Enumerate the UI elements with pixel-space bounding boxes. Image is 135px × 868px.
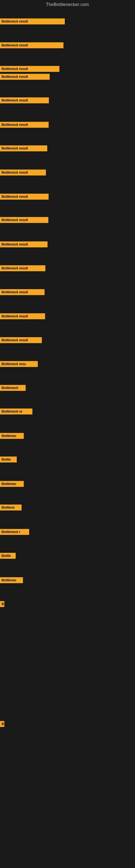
bottleneck-bar-25: B	[0, 601, 4, 607]
bottleneck-bar-6: Bottleneck result	[0, 145, 47, 151]
bottleneck-label-8: Bottleneck result	[0, 194, 49, 199]
bottleneck-bar-5: Bottleneck result	[0, 122, 49, 128]
bottleneck-bar-19: Bottle	[0, 457, 17, 463]
bottleneck-bar-7: Bottleneck result	[0, 169, 46, 176]
bottleneck-label-3: Bottleneck result	[0, 74, 50, 80]
bottleneck-label-20: Bottlenec	[0, 481, 24, 487]
bottleneck-label-13: Bottleneck result	[0, 313, 45, 319]
bottleneck-bar-14: Bottleneck result	[0, 337, 42, 343]
bottleneck-bar-30: B	[0, 721, 4, 727]
bottleneck-label-25: B	[0, 601, 4, 607]
bottleneck-bar-21: Bottlene	[0, 504, 21, 510]
bottleneck-label-30: B	[0, 721, 4, 727]
bottleneck-label-2: Bottleneck result	[0, 66, 59, 72]
bottleneck-label-23: Bottle	[0, 553, 16, 559]
bottleneck-label-5: Bottleneck result	[0, 122, 49, 128]
site-title: TheBottlenecker.com	[0, 0, 135, 10]
bottleneck-label-24: Bottlenec	[0, 577, 23, 583]
bottleneck-label-6: Bottleneck result	[0, 145, 47, 151]
bottleneck-label-9: Bottleneck result	[0, 217, 48, 223]
bottleneck-label-15: Bottleneck resu	[0, 361, 38, 367]
bottleneck-bar-18: Bottlenec	[0, 433, 24, 439]
bottleneck-bar-24: Bottlenec	[0, 577, 23, 583]
bottleneck-bar-17: Bottleneck re	[0, 408, 32, 414]
bottleneck-label-21: Bottlene	[0, 504, 21, 510]
bottleneck-label-12: Bottleneck result	[0, 289, 45, 295]
bottleneck-bar-23: Bottle	[0, 553, 16, 559]
bottleneck-label-22: Bottleneck r	[0, 529, 29, 535]
bottleneck-label-7: Bottleneck result	[0, 169, 46, 176]
bottleneck-label-10: Bottleneck result	[0, 241, 48, 247]
bottleneck-label-14: Bottleneck result	[0, 337, 42, 343]
bottleneck-label-0: Bottleneck result	[0, 19, 65, 24]
bottleneck-bar-0: Bottleneck result	[0, 19, 65, 24]
bottleneck-label-1: Bottleneck result	[0, 42, 63, 48]
bottleneck-bar-13: Bottleneck result	[0, 313, 45, 319]
bottleneck-bar-8: Bottleneck result	[0, 194, 49, 199]
bottleneck-label-19: Bottle	[0, 457, 17, 463]
bottleneck-label-18: Bottlenec	[0, 433, 24, 439]
bottleneck-bar-11: Bottleneck result	[0, 265, 45, 271]
bottleneck-bar-10: Bottleneck result	[0, 241, 48, 247]
bottleneck-bar-12: Bottleneck result	[0, 289, 45, 295]
bottleneck-bar-3: Bottleneck result	[0, 74, 50, 80]
bottleneck-label-16: Bottleneck	[0, 385, 26, 391]
bottleneck-bar-22: Bottleneck r	[0, 529, 29, 535]
bottleneck-label-11: Bottleneck result	[0, 265, 45, 271]
bottleneck-label-4: Bottleneck result	[0, 97, 49, 103]
bottleneck-bar-16: Bottleneck	[0, 385, 26, 391]
bottleneck-bar-2: Bottleneck result	[0, 66, 59, 72]
bottleneck-label-17: Bottleneck re	[0, 408, 32, 414]
bottleneck-bar-9: Bottleneck result	[0, 217, 48, 223]
bottleneck-bar-1: Bottleneck result	[0, 42, 63, 48]
bottleneck-bar-15: Bottleneck resu	[0, 361, 38, 367]
bottleneck-bar-20: Bottlenec	[0, 481, 24, 487]
bottleneck-bar-4: Bottleneck result	[0, 97, 49, 103]
